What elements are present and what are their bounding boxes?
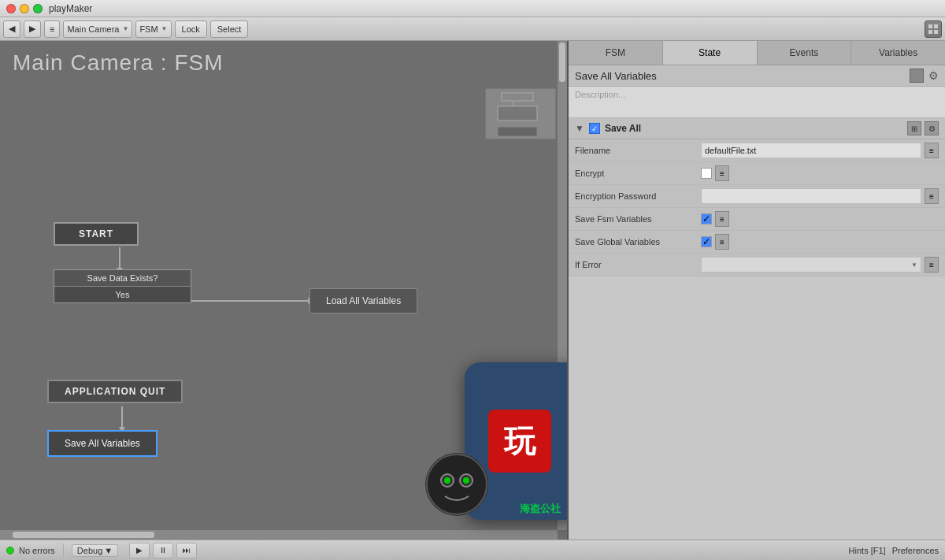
minimize-button[interactable] <box>20 4 29 13</box>
scroll-thumb-v[interactable] <box>559 43 565 82</box>
description-field[interactable]: Description... <box>569 87 945 118</box>
save-global-vars-expand-btn[interactable]: ≡ <box>715 234 729 250</box>
scroll-thumb-h[interactable] <box>13 532 154 538</box>
transport-buttons: ▶ ⏸ ⏭ <box>129 543 197 558</box>
encrypt-label: Encrypt <box>575 169 701 178</box>
save-fsm-vars-expand-btn[interactable]: ≡ <box>715 211 729 227</box>
fsm-select[interactable]: FSM ▼ <box>135 20 171 38</box>
svg-rect-4 <box>502 93 533 101</box>
state-gear-icon[interactable]: ⚙ <box>928 69 939 82</box>
status-separator <box>63 543 64 558</box>
forward-button[interactable]: ▶ <box>24 20 41 38</box>
quit-node[interactable]: APPLICATION QUIT <box>47 380 183 403</box>
tab-events[interactable]: Events <box>758 41 852 65</box>
filename-expand-btn[interactable]: ≡ <box>925 143 939 158</box>
action-collapse-icon[interactable]: ▼ <box>575 123 584 134</box>
save-global-vars-checkbox[interactable]: ✓ <box>701 236 712 247</box>
svg-point-14 <box>427 454 487 514</box>
lock-button[interactable]: Lock <box>175 20 207 38</box>
condition-label: Save Data Exists? <box>54 270 191 287</box>
fsm-title: Main Camera : FSM <box>0 41 567 85</box>
save-variables-node[interactable]: Save All Variables <box>47 430 158 457</box>
state-title: Save All Variables <box>575 70 905 82</box>
maximize-button[interactable] <box>33 4 43 13</box>
if-error-dropdown[interactable]: ▼ <box>701 257 921 273</box>
encryption-password-input[interactable] <box>701 188 921 204</box>
debug-button[interactable]: Debug ▼ <box>72 544 118 557</box>
pause-button[interactable]: ⏸ <box>153 543 173 558</box>
action-gear-icon[interactable]: ⚙ <box>925 121 939 135</box>
save-fsm-vars-label: Save Fsm Variables <box>575 214 701 224</box>
status-text: No errors <box>19 546 55 555</box>
preferences-button[interactable]: Preferences <box>892 546 939 555</box>
tab-variables[interactable]: Variables <box>851 41 945 65</box>
menu-button[interactable]: ≡ <box>44 20 60 38</box>
bottom-bar: No errors Debug ▼ ▶ ⏸ ⏭ Hints [F1] Prefe… <box>0 540 945 560</box>
grid-button[interactable] <box>925 20 942 38</box>
encryption-password-row: Encryption Password ≡ <box>569 185 945 208</box>
camera-dropdown-arrow: ▼ <box>122 25 128 32</box>
mascot-icon <box>425 453 488 516</box>
tab-fsm[interactable]: FSM <box>569 41 663 65</box>
encryption-password-expand-btn[interactable]: ≡ <box>925 188 939 204</box>
encrypt-value: ≡ <box>701 165 939 181</box>
encrypt-expand-btn[interactable]: ≡ <box>715 165 729 181</box>
svg-rect-3 <box>934 30 938 34</box>
right-tabs: FSM State Events Variables <box>569 41 945 65</box>
save-global-vars-row: Save Global Variables ✓ ≡ <box>569 231 945 254</box>
filename-value: ≡ <box>701 143 939 158</box>
if-error-value: ▼ ≡ <box>701 257 939 273</box>
watermark-text: playMaker visual scripting for unity <box>567 412 569 471</box>
hints-button[interactable]: Hints [F1] <box>849 546 886 555</box>
fsm-panel: Main Camera : FSM START <box>0 41 569 540</box>
window-controls[interactable] <box>6 4 43 13</box>
title-bar: playMaker <box>0 0 945 17</box>
action-copy-icon[interactable]: ⊞ <box>907 121 921 135</box>
start-node[interactable]: START <box>54 222 139 246</box>
toolbar: ◀ ▶ ≡ Main Camera ▼ FSM ▼ Lock Select <box>0 17 945 41</box>
close-button[interactable] <box>6 4 16 13</box>
action-enabled-checkbox[interactable]: ✓ <box>589 123 600 134</box>
debug-dropdown-arrow: ▼ <box>104 546 113 555</box>
svg-rect-1 <box>934 24 938 28</box>
encrypt-row: Encrypt ≡ <box>569 162 945 185</box>
status-dot <box>6 547 14 554</box>
svg-rect-0 <box>928 24 932 28</box>
filename-label: Filename <box>575 146 701 155</box>
save-global-vars-value: ✓ ≡ <box>701 234 939 250</box>
main-layout: Main Camera : FSM START <box>0 41 945 540</box>
save-global-vars-label: Save Global Variables <box>575 237 701 247</box>
horizontal-scrollbar[interactable] <box>0 530 558 540</box>
filename-input[interactable] <box>701 143 921 158</box>
if-error-expand-btn[interactable]: ≡ <box>925 257 939 273</box>
encrypt-checkbox[interactable] <box>701 168 712 179</box>
if-error-dropdown-arrow: ▼ <box>911 261 917 269</box>
svg-point-18 <box>463 477 469 484</box>
load-variables-node[interactable]: Load All Variables <box>309 288 417 313</box>
minimap <box>485 88 556 139</box>
svg-rect-6 <box>498 127 537 136</box>
if-error-label: If Error <box>575 260 701 269</box>
right-panel: FSM State Events Variables Save All Vari… <box>569 41 945 540</box>
save-fsm-vars-value: ✓ ≡ <box>701 211 939 227</box>
svg-rect-2 <box>928 30 932 34</box>
back-button[interactable]: ◀ <box>3 20 20 38</box>
action-icons: ⊞ ⚙ <box>907 121 939 135</box>
tab-state[interactable]: State <box>663 41 758 65</box>
camera-select[interactable]: Main Camera ▼ <box>63 20 132 38</box>
action-header: ▼ ✓ Save All ⊞ ⚙ <box>569 118 945 139</box>
state-color-icon[interactable] <box>910 69 924 83</box>
step-button[interactable]: ⏭ <box>176 543 197 558</box>
filename-row: Filename ≡ <box>569 139 945 162</box>
watermark-brand: playMaker <box>567 412 569 450</box>
play-button[interactable]: ▶ <box>129 543 150 558</box>
condition-result: Yes <box>54 287 191 302</box>
save-fsm-vars-checkbox[interactable]: ✓ <box>701 213 712 224</box>
encryption-password-value: ≡ <box>701 188 939 204</box>
condition-node[interactable]: Save Data Exists? Yes <box>54 269 191 303</box>
watermark-tagline: visual scripting for unity <box>567 454 569 471</box>
svg-rect-5 <box>498 106 537 121</box>
if-error-row: If Error ▼ ≡ <box>569 254 945 276</box>
save-fsm-vars-row: Save Fsm Variables ✓ ≡ <box>569 208 945 231</box>
select-button[interactable]: Select <box>210 20 249 38</box>
